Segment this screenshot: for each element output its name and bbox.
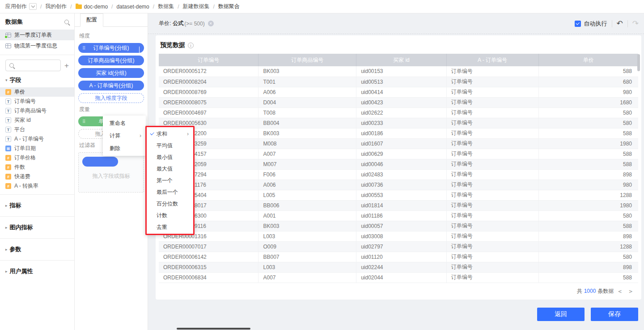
submenu-item[interactable]: 第一个: [147, 175, 193, 186]
submenu-item[interactable]: 求和›: [147, 128, 193, 140]
remove-filter-icon[interactable]: ×: [208, 21, 214, 26]
table-row: ORDER00001176A006uid00736订单编号980: [159, 180, 638, 190]
field-item[interactable]: T订单商品编号: [0, 106, 74, 116]
prev-page-icon[interactable]: <: [615, 288, 624, 295]
breadcrumb-item[interactable]: doc-demo: [76, 4, 108, 10]
field-item[interactable]: #快递费: [0, 172, 74, 181]
sidebar-section[interactable]: ▸图内指标: [0, 220, 74, 235]
table-cell: uid00414: [356, 87, 447, 97]
field-item[interactable]: #订单价格: [0, 153, 74, 163]
field-item[interactable]: #单价: [0, 87, 74, 97]
sidebar-section[interactable]: ▸指标: [0, 198, 74, 213]
context-menu-item[interactable]: 计算›: [103, 129, 146, 142]
next-page-icon[interactable]: >: [626, 288, 635, 295]
field-label: 订单商品编号: [14, 107, 47, 115]
breadcrumb-item[interactable]: 应用创作: [5, 3, 37, 10]
menu-item-label: 最小值: [157, 154, 173, 161]
dataset-item[interactable]: 第一季度订单表: [0, 30, 74, 40]
breadcrumb-item[interactable]: 数据集: [158, 3, 174, 10]
caret-right-icon: ▸: [5, 225, 8, 230]
table-scrollbar-thumb[interactable]: [637, 54, 640, 71]
undo-icon[interactable]: ↶: [617, 19, 623, 28]
table-row: ORDER00007294F006uid02483订单编号898: [159, 169, 638, 180]
menu-item-label: 计算: [110, 132, 120, 140]
drag-handle-icon[interactable]: ⠿: [82, 119, 85, 124]
total-prefix: 共: [577, 287, 582, 295]
table-cell: 订单编号: [446, 77, 538, 87]
table-cell: uid01120: [356, 252, 447, 262]
field-item[interactable]: T平台: [0, 125, 74, 134]
column-header[interactable]: 单价: [538, 54, 638, 66]
table-cell: 980: [538, 180, 638, 190]
number-field-icon: #: [5, 89, 11, 95]
field-item[interactable]: TA - 订单编号: [0, 134, 74, 144]
back-button[interactable]: 返回: [537, 308, 585, 321]
column-header[interactable]: 订单编号: [159, 54, 258, 66]
auto-execute-checkbox[interactable]: [575, 21, 581, 27]
main-area: 单价: 公式 (>= 500) × 自动执行 ↶ ↷ 预览数据 i: [148, 13, 644, 330]
filter-pill[interactable]: [82, 157, 118, 167]
dataset-item[interactable]: 物流第一季度信息: [0, 40, 74, 51]
submenu-item[interactable]: 去重: [147, 221, 193, 233]
context-menu-item[interactable]: 重命名: [103, 117, 146, 129]
breadcrumb-item[interactable]: 新建数据集: [182, 3, 209, 10]
field-search-input[interactable]: [17, 62, 52, 69]
submenu-item[interactable]: 最大值: [147, 163, 193, 175]
field-label: 平台: [14, 126, 25, 133]
field-item[interactable]: #件数: [0, 163, 74, 172]
horizontal-scrollbar-thumb[interactable]: [177, 328, 250, 330]
submenu-item[interactable]: 百分位数: [147, 198, 193, 210]
sidebar-section[interactable]: ▸用户属性: [0, 264, 74, 279]
column-header[interactable]: 订单商品编号: [258, 54, 356, 66]
dimension-pill[interactable]: ⠿订单编号(分组): [78, 43, 144, 53]
filter-drop-zone[interactable]: 拖入字段或指标: [78, 152, 144, 193]
app-window: 应用创作/我的创作/doc-demo/dataset-demo/数据集/新建数据…: [0, 0, 644, 330]
table-cell: uid01186: [356, 210, 447, 221]
column-header[interactable]: 买家 id: [356, 54, 447, 66]
chevron-down-icon[interactable]: [139, 47, 140, 53]
table-row: ORDER00003259M008uid01607订单编号1980: [159, 138, 638, 149]
redo-icon[interactable]: ↷: [632, 19, 639, 28]
field-item[interactable]: #A - 转换率: [0, 181, 74, 191]
menu-item-label: 重命名: [110, 120, 126, 127]
sidebar-section-fields[interactable]: ▾ 字段: [0, 73, 74, 87]
save-button[interactable]: 保存: [591, 308, 638, 321]
column-header[interactable]: A - 订单编号: [446, 54, 538, 66]
drag-handle-icon[interactable]: ⠿: [82, 46, 85, 51]
sidebar-section[interactable]: ▸参数: [0, 242, 74, 257]
menu-item-label: 计数: [157, 212, 167, 219]
field-item[interactable]: T买家 id: [0, 116, 74, 125]
tab-config[interactable]: 配置: [80, 13, 103, 27]
submenu-item[interactable]: 计数: [147, 210, 193, 221]
dimension-pill-list: ⠿订单编号(分组)订单商品编号(分组)买家 id(分组)A - 订单编号(分组): [78, 43, 144, 90]
table-cell: D004: [258, 97, 356, 107]
submenu-item[interactable]: 最小值: [147, 151, 193, 163]
dimension-pill[interactable]: 买家 id(分组): [78, 68, 144, 78]
field-item[interactable]: ▦订单日期: [0, 144, 74, 153]
table-row: ORDER00006300A001uid01186订单编号580: [159, 210, 638, 221]
table-cell: 1980: [538, 200, 638, 210]
breadcrumb-item[interactable]: 我的创作: [45, 3, 67, 10]
pill-label: 订单商品编号(分组): [88, 57, 135, 64]
search-icon[interactable]: [64, 20, 69, 24]
breadcrumb-item[interactable]: dataset-demo: [116, 4, 149, 10]
info-icon[interactable]: i: [188, 43, 194, 48]
filter-chip[interactable]: 单价: 公式 (>= 500) ×: [159, 20, 214, 27]
table-cell: T001: [258, 77, 356, 87]
field-item[interactable]: T订单编号: [0, 97, 74, 106]
submenu-item[interactable]: 平均值: [147, 140, 193, 151]
table-cell: uid00513: [356, 77, 447, 87]
folder-icon: [76, 4, 82, 9]
field-search-box[interactable]: [5, 60, 61, 71]
context-menu-item[interactable]: 删除: [103, 142, 146, 154]
breadcrumb-dropdown-icon[interactable]: [29, 3, 37, 10]
dimension-pill[interactable]: 订单商品编号(分组): [78, 56, 144, 65]
submenu-item[interactable]: 最后一个: [147, 186, 193, 198]
dimension-pill[interactable]: A - 订单编号(分组): [78, 81, 144, 90]
add-field-button[interactable]: +: [64, 62, 69, 69]
table-cell: 订单编号: [446, 149, 538, 159]
breadcrumb-item[interactable]: 数据聚合: [218, 3, 240, 10]
table-cell: 588: [538, 66, 638, 77]
dimension-drop-zone[interactable]: 拖入维度字段: [78, 93, 144, 103]
table-cell: L005: [258, 190, 356, 200]
